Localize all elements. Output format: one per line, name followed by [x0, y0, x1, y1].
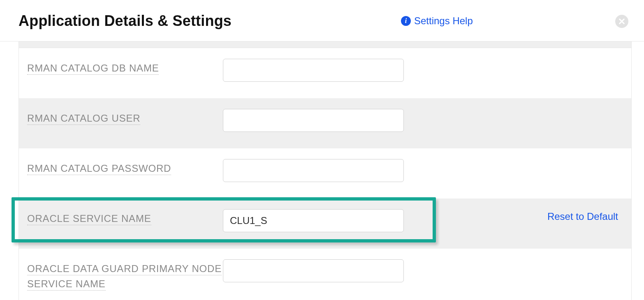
label-oracle-service-name: ORACLE SERVICE NAME [27, 209, 223, 226]
row-oracle-data-guard-primary-node-service-name: ORACLE DATA GUARD PRIMARY NODE SERVICE N… [19, 249, 631, 300]
row-rman-catalog-password: RMAN CATALOG PASSWORD [19, 148, 631, 198]
row-rman-catalog-db-name: RMAN CATALOG DB NAME [19, 48, 631, 98]
info-icon: i [401, 16, 411, 26]
row-oracle-service-name: ORACLE SERVICE NAME Reset to Default [19, 198, 631, 249]
close-icon[interactable] [615, 15, 628, 28]
settings-help-label: Settings Help [414, 15, 473, 27]
form-area: RMAN CATALOG DB NAME RMAN CATALOG USER R… [19, 42, 632, 300]
label-oracle-data-guard-primary-node-service-name: ORACLE DATA GUARD PRIMARY NODE SERVICE N… [27, 259, 223, 291]
partial-radio-row [19, 42, 631, 48]
label-rman-catalog-user: RMAN CATALOG USER [27, 109, 223, 126]
row-rman-catalog-user: RMAN CATALOG USER [19, 98, 631, 148]
form-content: RMAN CATALOG DB NAME RMAN CATALOG USER R… [0, 42, 644, 300]
input-rman-catalog-db-name[interactable] [223, 59, 404, 82]
input-rman-catalog-password[interactable] [223, 159, 404, 182]
page-title: Application Details & Settings [19, 12, 232, 30]
label-rman-catalog-password: RMAN CATALOG PASSWORD [27, 159, 223, 176]
reset-to-default-link[interactable]: Reset to Default [547, 211, 618, 222]
input-rman-catalog-user[interactable] [223, 109, 404, 132]
modal-header: Application Details & Settings i Setting… [0, 0, 644, 42]
settings-help-link[interactable]: i Settings Help [401, 15, 473, 27]
input-oracle-data-guard-primary-node-service-name[interactable] [223, 259, 404, 282]
label-rman-catalog-db-name: RMAN CATALOG DB NAME [27, 59, 223, 76]
input-oracle-service-name[interactable] [223, 209, 404, 232]
